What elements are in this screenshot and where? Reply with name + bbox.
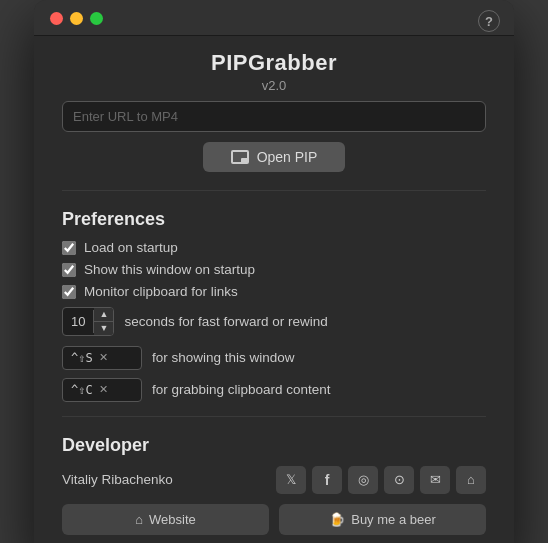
checkbox-row-load-startup: Load on startup [62, 240, 486, 255]
stepper-label: seconds for fast forward or rewind [124, 314, 327, 329]
developer-section: Developer Vitaliy Ribachenko 𝕏 f ◎ ⊙ ✉ ⌂… [62, 435, 486, 535]
website-home-icon: ⌂ [135, 512, 143, 527]
checkbox-load-startup-label: Load on startup [84, 240, 178, 255]
shortcut-row-window: ^⇧S ✕ for showing this window [62, 346, 486, 370]
home-social-button[interactable]: ⌂ [456, 466, 486, 494]
checkbox-row-show-window: Show this window on startup [62, 262, 486, 277]
open-pip-button[interactable]: Open PIP [203, 142, 346, 172]
shortcut-window-label: for showing this window [152, 350, 295, 365]
social-icons: 𝕏 f ◎ ⊙ ✉ ⌂ [276, 466, 486, 494]
shortcut-row-clipboard: ^⇧C ✕ for grabbing clipboard content [62, 378, 486, 402]
shortcut-clipboard-label: for grabbing clipboard content [152, 382, 331, 397]
shortcut-key-window: ^⇧S [71, 351, 93, 365]
stepper-row: 10 ▲ ▼ seconds for fast forward or rewin… [62, 307, 486, 336]
app-header: PIPGrabber v2.0 [34, 36, 514, 101]
twitter-button[interactable]: 𝕏 [276, 466, 306, 494]
checkbox-show-window-label: Show this window on startup [84, 262, 255, 277]
url-input-wrapper [62, 101, 486, 132]
website-button[interactable]: ⌂ Website [62, 504, 269, 535]
stepper-arrows: ▲ ▼ [94, 308, 113, 335]
checkbox-monitor-clipboard[interactable] [62, 285, 76, 299]
minimize-button[interactable] [70, 12, 83, 25]
pip-icon [231, 150, 249, 164]
stepper-box: 10 ▲ ▼ [62, 307, 114, 336]
url-input[interactable] [62, 101, 486, 132]
checkbox-show-window[interactable] [62, 263, 76, 277]
facebook-button[interactable]: f [312, 466, 342, 494]
instagram-button[interactable]: ◎ [348, 466, 378, 494]
stepper-down-button[interactable]: ▼ [94, 322, 113, 335]
divider-1 [62, 190, 486, 191]
beer-button[interactable]: 🍺 Buy me a beer [279, 504, 486, 535]
website-label: Website [149, 512, 196, 527]
developer-name: Vitaliy Ribachenko [62, 472, 173, 487]
shortcut-key-clipboard: ^⇧C [71, 383, 93, 397]
checkbox-monitor-clipboard-label: Monitor clipboard for links [84, 284, 238, 299]
stepper-up-button[interactable]: ▲ [94, 308, 113, 322]
shortcut-box-clipboard: ^⇧C ✕ [62, 378, 142, 402]
shortcut-box-window: ^⇧S ✕ [62, 346, 142, 370]
beer-icon: 🍺 [329, 512, 345, 527]
email-button[interactable]: ✉ [420, 466, 450, 494]
checkbox-load-startup[interactable] [62, 241, 76, 255]
content-area: Open PIP Preferences Load on startup Sho… [34, 101, 514, 535]
maximize-button[interactable] [90, 12, 103, 25]
stepper-value: 10 [63, 310, 94, 333]
close-button[interactable] [50, 12, 63, 25]
help-button[interactable]: ? [478, 10, 500, 32]
traffic-lights [50, 12, 103, 25]
shortcut-window-clear-button[interactable]: ✕ [99, 352, 108, 363]
open-pip-row: Open PIP [62, 142, 486, 172]
open-pip-label: Open PIP [257, 149, 318, 165]
beer-label: Buy me a beer [351, 512, 436, 527]
app-title: PIPGrabber [34, 50, 514, 76]
developer-row: Vitaliy Ribachenko 𝕏 f ◎ ⊙ ✉ ⌂ [62, 466, 486, 494]
app-version: v2.0 [34, 78, 514, 93]
shortcut-clipboard-clear-button[interactable]: ✕ [99, 384, 108, 395]
preferences-title: Preferences [62, 209, 486, 230]
developer-title: Developer [62, 435, 486, 456]
titlebar: ? [34, 0, 514, 36]
github-button[interactable]: ⊙ [384, 466, 414, 494]
action-buttons-row: ⌂ Website 🍺 Buy me a beer [62, 504, 486, 535]
checkbox-row-monitor-clipboard: Monitor clipboard for links [62, 284, 486, 299]
main-window: ? PIPGrabber v2.0 Open PIP Preferences L… [34, 0, 514, 543]
divider-2 [62, 416, 486, 417]
preferences-section: Preferences Load on startup Show this wi… [62, 209, 486, 402]
